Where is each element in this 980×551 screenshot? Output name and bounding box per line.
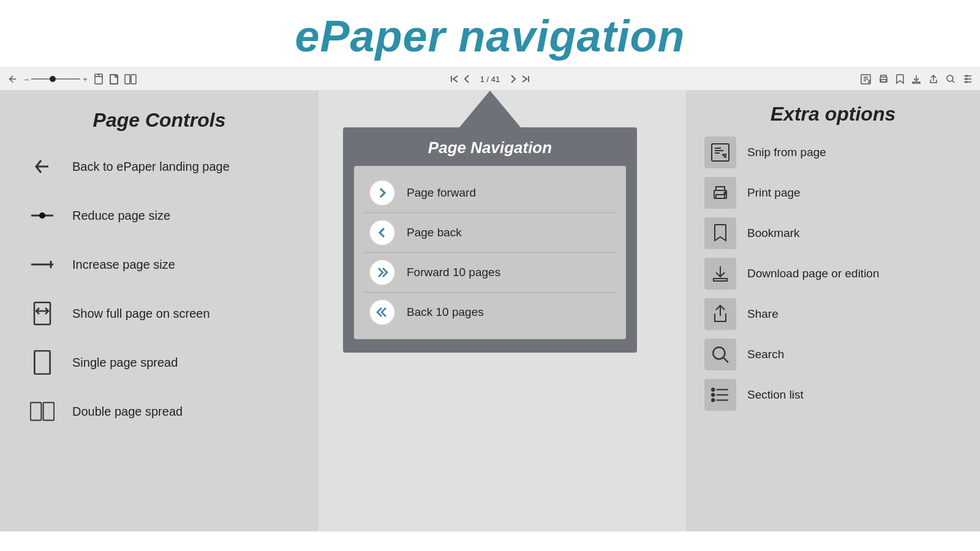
control-double-page[interactable]: Double page spread [24,394,294,429]
control-reduce-label: Reduce page size [72,209,170,223]
nav-back-label: Page back [407,226,462,239]
extra-bookmark[interactable]: Bookmark [704,217,962,249]
nav-back10-label: Back 10 pages [407,305,484,319]
control-double-label: Double page spread [72,405,183,419]
svg-point-7 [947,75,953,81]
nav-title: Page Navigation [354,138,626,157]
right-panel-title: Extra options [704,103,962,126]
svg-point-8 [966,75,967,77]
svg-rect-2 [125,75,130,84]
extra-print-label: Print page [747,186,801,200]
extra-bookmark-label: Bookmark [747,227,800,240]
toolbar-right [861,74,973,84]
svg-rect-17 [34,351,50,374]
page-counter: 1 / 41 [475,75,505,84]
snip-icon [704,137,736,168]
print-icon [704,177,736,209]
double-page-icon [24,394,60,429]
toolbar-bookmark-icon[interactable] [896,74,904,84]
svg-point-9 [966,78,967,80]
toolbar-download-icon[interactable] [911,74,921,84]
chevron-right-icon[interactable] [369,179,396,206]
nav-forward10-label: Forward 10 pages [407,266,500,279]
control-reduce-size[interactable]: Reduce page size [24,198,294,233]
bookmark-icon [704,217,736,249]
control-increase-size[interactable]: Increase page size [24,247,294,282]
control-single-label: Single page spread [72,356,178,370]
toolbar-doc-icon[interactable] [110,74,118,84]
extra-section-list[interactable]: Section list [704,379,962,411]
svg-point-24 [713,347,725,359]
extra-search-label: Search [747,348,784,361]
control-full-page[interactable]: Show full page on screen [24,296,294,331]
search-icon [704,339,736,370]
nav-items-container: Page forward Page back [354,166,626,339]
nav-forward-10[interactable]: Forward 10 pages [364,253,616,293]
nav-forward-label: Page forward [407,186,476,200]
toolbar-print-icon[interactable] [878,74,889,84]
svg-rect-19 [43,403,55,421]
page-title: ePaper navigation [0,0,980,67]
share-icon [704,298,736,330]
toolbar-prev-icon[interactable] [464,75,470,83]
svg-point-25 [712,388,714,391]
svg-rect-15 [34,302,50,324]
svg-rect-6 [881,80,886,82]
skip-back-icon[interactable] [369,299,396,326]
main-content: Page Controls Back to ePaper landing pag… [0,91,980,531]
svg-point-27 [712,394,714,396]
extra-download-label: Download page or edition [747,267,880,280]
svg-rect-22 [716,195,725,198]
extra-print[interactable]: Print page [704,177,962,209]
full-page-icon [24,296,60,331]
toolbar-search-icon[interactable] [946,74,956,84]
toolbar-snip-icon[interactable] [861,74,871,84]
download-icon [704,258,736,290]
list-icon [704,379,736,411]
chevron-left-icon[interactable] [369,219,396,246]
extra-snip-label: Snip from page [747,146,826,159]
back-arrow-icon [24,149,60,184]
svg-point-29 [712,399,714,401]
increase-size-icon [24,247,60,282]
single-page-icon [24,345,60,380]
right-panel: Extra options Snip from page [686,91,980,531]
toolbar-double-page-icon[interactable] [124,74,137,84]
control-full-page-label: Show full page on screen [72,307,210,321]
svg-rect-3 [131,75,136,84]
center-panel: Page Navigation Page forward [343,91,637,353]
svg-point-23 [725,192,726,194]
svg-rect-18 [31,403,42,421]
toolbar-last-icon[interactable] [521,75,530,83]
extra-section-list-label: Section list [747,388,804,402]
toolbar-first-icon[interactable] [450,75,459,83]
control-increase-label: Increase page size [72,258,175,272]
toolbar: – + [0,67,980,91]
toolbar-next-icon[interactable] [510,75,516,83]
svg-rect-20 [712,144,729,161]
extra-snip[interactable]: Snip from page [704,137,962,168]
zoom-slider[interactable]: – + [24,75,88,84]
toolbar-list-icon[interactable] [963,75,973,83]
skip-forward-icon[interactable] [369,259,396,286]
extra-share[interactable]: Share [704,298,962,330]
nav-back-10[interactable]: Back 10 pages [364,293,616,332]
toolbar-share-icon[interactable] [929,74,938,84]
control-back-label: Back to ePaper landing page [72,160,230,174]
toolbar-center-nav: 1 / 41 [450,75,530,84]
toolbar-back-icon[interactable] [7,73,18,84]
nav-arrow-up [459,91,521,127]
left-panel: Page Controls Back to ePaper landing pag… [0,91,318,531]
extra-search[interactable]: Search [704,339,962,370]
nav-page-back[interactable]: Page back [364,213,616,253]
extra-share-label: Share [747,307,778,321]
control-single-page[interactable]: Single page spread [24,345,294,380]
nav-page-forward[interactable]: Page forward [364,173,616,213]
left-panel-title: Page Controls [24,109,294,132]
control-back-to-epaper[interactable]: Back to ePaper landing page [24,149,294,184]
toolbar-single-page-icon[interactable] [94,73,104,84]
extra-download[interactable]: Download page or edition [704,258,962,290]
svg-point-12 [39,212,45,219]
toolbar-left: – + [7,73,861,84]
reduce-size-icon [24,198,60,233]
